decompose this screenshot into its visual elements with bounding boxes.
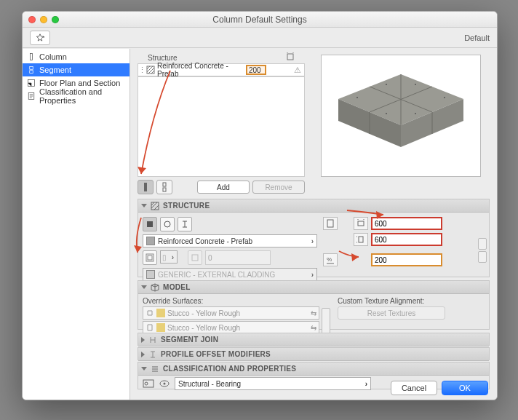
- surface-name: Stucco - Yellow Rough: [167, 309, 240, 317]
- model-panel: MODEL Override Surfaces: Stucco - Yellow…: [138, 280, 490, 330]
- panel-title: PROFILE OFFSET MODIFIERS: [161, 350, 271, 358]
- cancel-button[interactable]: Cancel: [391, 381, 437, 395]
- titlebar: Column Default Settings: [23, 12, 497, 28]
- classification-selector[interactable]: Structural - Bearing ›: [175, 377, 371, 390]
- link-bottom-icon[interactable]: [478, 251, 487, 263]
- svg-rect-30: [192, 255, 198, 261]
- svg-rect-6: [147, 66, 154, 74]
- eye-icon[interactable]: [159, 379, 170, 389]
- chevron-right-icon: [141, 352, 145, 357]
- shape-ibeam[interactable]: [178, 217, 192, 231]
- id-icon[interactable]: [143, 379, 154, 389]
- svg-rect-22: [144, 183, 147, 191]
- shape-circle[interactable]: [160, 217, 175, 231]
- panel-title: MODEL: [163, 283, 191, 291]
- swap-icon[interactable]: ⇆: [311, 324, 316, 332]
- model-header[interactable]: MODEL: [138, 281, 489, 294]
- profile-modifiers-panel: PROFILE OFFSET MODIFIERS: [138, 347, 490, 360]
- material-swatch: [146, 270, 155, 279]
- ibeam-icon: [148, 350, 157, 359]
- custom-texture-label: Custom Texture Alignment:: [338, 297, 445, 305]
- veneer-toggle[interactable]: [143, 250, 157, 265]
- cube-icon: [151, 283, 159, 292]
- veneer-material-name: GENERIC - EXTERNAL CLADDING: [158, 271, 275, 279]
- svg-rect-23: [163, 183, 166, 186]
- preview-3d[interactable]: [321, 55, 481, 177]
- svg-point-16: [386, 84, 387, 85]
- svg-point-18: [356, 97, 358, 98]
- chevron-right-icon: ›: [311, 271, 314, 279]
- segment-join-header[interactable]: SEGMENT JOIN: [138, 333, 489, 346]
- svg-rect-1: [30, 67, 33, 70]
- svg-point-27: [164, 221, 170, 227]
- sidebar-item-classification[interactable]: Classification and Properties: [23, 90, 130, 103]
- sidebar-item-label: Segment: [39, 66, 71, 74]
- svg-point-21: [415, 113, 416, 114]
- sidebar-item-column[interactable]: Column: [23, 50, 130, 63]
- svg-rect-26: [147, 221, 153, 227]
- list-icon: [151, 365, 159, 373]
- svg-point-38: [164, 383, 166, 385]
- ok-button[interactable]: OK: [442, 381, 488, 395]
- link-surfaces-icon[interactable]: [322, 308, 330, 334]
- svg-text:%: %: [327, 256, 332, 263]
- offset-input[interactable]: [371, 253, 442, 266]
- material-selector[interactable]: Reinforced Concrete - Prefab ›: [143, 234, 317, 247]
- sidebar-item-segment[interactable]: Segment: [23, 63, 130, 76]
- svg-rect-32: [358, 221, 364, 226]
- segment-name: Reinforced Concrete - Prefab: [156, 62, 246, 78]
- depth-icon: [354, 233, 368, 246]
- toolbar: Default: [23, 28, 497, 48]
- surface-row-top[interactable]: Stucco - Yellow Rough ⇆: [143, 306, 319, 320]
- chevron-down-icon: [141, 367, 147, 371]
- panel-title: SEGMENT JOIN: [161, 336, 218, 344]
- add-button[interactable]: Add: [197, 181, 250, 194]
- reset-textures-button: Reset Textures: [338, 306, 445, 320]
- segment-dim-value[interactable]: 200: [246, 65, 266, 75]
- classification-header[interactable]: CLASSIFICATION AND PROPERTIES: [138, 362, 489, 376]
- remove-button: Remove: [252, 181, 305, 194]
- profile-modifiers-header[interactable]: PROFILE OFFSET MODIFIERS: [138, 348, 489, 361]
- main-panel: Structure ⋮ Reinforced Concrete - Prefab…: [130, 49, 497, 400]
- chevron-right-icon: ›: [311, 237, 314, 245]
- window-title: Column Default Settings: [28, 15, 491, 25]
- alert-icon[interactable]: ⚠︎: [291, 66, 304, 75]
- surface-name: Stucco - Yellow Rough: [167, 324, 240, 332]
- classification-value: Structural - Bearing: [178, 380, 241, 388]
- link-top-icon[interactable]: [478, 238, 487, 250]
- panel-title: STRUCTURE: [163, 202, 210, 210]
- chevron-down-icon: [141, 285, 147, 289]
- depth-input[interactable]: [371, 233, 442, 246]
- svg-rect-29: [148, 255, 152, 260]
- svg-rect-2: [30, 71, 33, 74]
- sidebar-item-label: Classification and Properties: [39, 87, 125, 105]
- chevron-right-icon: ›: [365, 380, 367, 388]
- face-top-icon: [146, 309, 154, 317]
- override-label: Override Surfaces:: [143, 297, 330, 305]
- segment-mode-single[interactable]: [138, 180, 154, 194]
- svg-point-17: [415, 84, 416, 85]
- segment-mode-multi[interactable]: [156, 180, 172, 194]
- width-input[interactable]: [371, 217, 442, 230]
- hatch-icon: [151, 202, 159, 210]
- col-dim-icon: [276, 52, 305, 63]
- sidebar-item-label: Floor Plan and Section: [39, 79, 120, 87]
- face-side-icon: [146, 323, 154, 332]
- segment-row[interactable]: ⋮ Reinforced Concrete - Prefab 200 ⚠︎: [138, 63, 305, 76]
- structure-header[interactable]: STRUCTURE: [138, 199, 489, 213]
- favorites-button[interactable]: [30, 31, 50, 45]
- veneer-material-selector: GENERIC - EXTERNAL CLADDING ›: [143, 268, 317, 281]
- plan-icon[interactable]: [323, 217, 338, 230]
- material-name: Reinforced Concrete - Prefab: [158, 237, 252, 245]
- chevron-down-icon: [141, 204, 147, 207]
- segment-list-area[interactable]: [138, 76, 305, 177]
- svg-rect-33: [359, 237, 363, 242]
- percent-offset-icon[interactable]: %: [323, 253, 338, 266]
- veneer-pen: ▯›: [160, 250, 178, 264]
- segment-table: Structure ⋮ Reinforced Concrete - Prefab…: [138, 52, 305, 76]
- material-swatch: [146, 237, 155, 245]
- sidebar-item-label: Column: [39, 52, 67, 61]
- swap-icon[interactable]: ⇆: [311, 309, 316, 317]
- structure-panel: STRUCTURE Reinforced Concrete - Prefab ›: [138, 199, 490, 277]
- shape-square[interactable]: [143, 217, 157, 231]
